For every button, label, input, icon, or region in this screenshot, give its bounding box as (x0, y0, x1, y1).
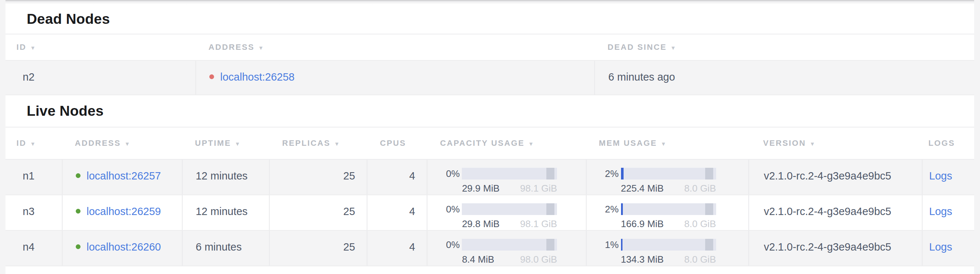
column-header-address[interactable]: ADDRESS ▼ (196, 34, 595, 60)
mem-used-value: 134.3 MiB (621, 254, 664, 265)
logs-link[interactable]: Logs (929, 170, 952, 182)
live-status-dot-icon (76, 209, 81, 213)
capacity-usage-bar (462, 203, 557, 215)
live-status-dot-icon (76, 173, 81, 178)
column-header-dead-since[interactable]: DEAD SINCE ▼ (594, 34, 974, 60)
capacity-percent: 0% (441, 204, 462, 215)
mem-bar-fill (621, 168, 624, 180)
node-address-link[interactable]: localhost:26258 (220, 71, 294, 83)
version-cell: v2.1.0-rc.2-4-g3e9a4e9bc5 (748, 195, 922, 230)
mem-total-value: 8.0 GiB (684, 218, 716, 230)
node-address-cell: localhost:26260 (62, 231, 182, 266)
mem-used-value: 166.9 MiB (621, 218, 664, 230)
sort-arrow-icon: ▼ (258, 45, 264, 51)
mem-usage-cell: 2% 166.9 MiB 8.0 GiB (586, 195, 749, 230)
node-id-cell: n1 (5, 160, 62, 194)
sort-arrow-icon: ▼ (810, 141, 816, 147)
mem-usage-bar (621, 168, 716, 180)
mem-bar-mark (705, 203, 714, 215)
live-nodes-header-row: ID ▼ ADDRESS ▼ UPTIME ▼ REPLICAS ▼ CPUS … (5, 127, 974, 160)
node-id-cell: n4 (5, 231, 62, 266)
logs-cell: Logs (922, 231, 974, 266)
capacity-used-value: 29.9 MiB (462, 183, 500, 194)
column-header-cpus: CPUS (367, 127, 427, 159)
node-address-cell: localhost:26257 (62, 160, 182, 194)
live-node-row: n3 localhost:26259 12 minutes 25 4 0% 29… (5, 195, 974, 231)
capacity-usage-cell: 0% 29.9 MiB 98.1 GiB (427, 160, 585, 194)
dead-nodes-title: Dead Nodes (5, 5, 974, 34)
mem-bar-mark (705, 168, 714, 180)
column-header-id[interactable]: ID ▼ (5, 34, 196, 60)
sort-arrow-icon: ▼ (670, 45, 677, 51)
dead-nodes-header-row: ID ▼ ADDRESS ▼ DEAD SINCE ▼ (5, 34, 974, 61)
column-header-replicas[interactable]: REPLICAS ▼ (269, 127, 367, 159)
mem-usage-cell: 2% 225.4 MiB 8.0 GiB (586, 160, 749, 194)
mem-bar-mark (705, 239, 714, 250)
version-cell: v2.1.0-rc.2-4-g3e9a4e9bc5 (748, 231, 922, 266)
column-header-mem-usage[interactable]: MEM USAGE ▼ (586, 127, 749, 159)
capacity-usage-bar (462, 239, 557, 250)
cpus-cell: 4 (367, 231, 427, 266)
uptime-cell: 12 minutes (182, 160, 269, 194)
card-top-shadow (5, 1, 974, 5)
replicas-cell: 25 (269, 160, 367, 194)
capacity-usage-bar (462, 168, 557, 180)
sort-arrow-icon: ▼ (528, 141, 535, 147)
uptime-cell: 6 minutes (182, 231, 269, 266)
mem-bar-fill (621, 203, 623, 215)
cpus-cell: 4 (367, 195, 427, 230)
sort-arrow-icon: ▼ (661, 141, 667, 147)
mem-percent: 1% (600, 239, 621, 250)
live-node-row: n4 localhost:26260 6 minutes 25 4 0% 8.4… (5, 231, 974, 266)
sort-arrow-icon: ▼ (235, 141, 241, 147)
node-id-cell: n2 (5, 61, 196, 94)
capacity-bar-mark (546, 239, 555, 250)
mem-usage-cell: 1% 134.3 MiB 8.0 GiB (586, 231, 749, 266)
cpus-cell: 4 (367, 160, 427, 194)
sort-arrow-icon: ▼ (30, 45, 36, 51)
mem-total-value: 8.0 GiB (684, 183, 716, 194)
column-header-address[interactable]: ADDRESS ▼ (62, 127, 182, 159)
column-header-id[interactable]: ID ▼ (5, 127, 62, 159)
node-address-cell: localhost:26258 (196, 61, 595, 94)
capacity-usage-cell: 0% 29.8 MiB 98.1 GiB (427, 195, 585, 230)
sort-arrow-icon: ▼ (334, 141, 340, 147)
node-address-link[interactable]: localhost:26260 (87, 241, 161, 253)
mem-used-value: 225.4 MiB (621, 183, 664, 194)
column-header-logs: LOGS (922, 127, 974, 159)
sort-arrow-icon: ▼ (30, 141, 36, 147)
uptime-cell: 12 minutes (182, 195, 269, 230)
capacity-percent: 0% (441, 168, 462, 180)
node-address-link[interactable]: localhost:26257 (87, 170, 161, 182)
mem-usage-bar (621, 239, 716, 250)
live-node-row: n1 localhost:26257 12 minutes 25 4 0% 29… (5, 160, 974, 195)
mem-bar-fill (621, 239, 622, 250)
logs-cell: Logs (922, 160, 974, 194)
sort-arrow-icon: ▼ (124, 141, 130, 147)
logs-cell: Logs (922, 195, 974, 230)
capacity-bar-mark (546, 203, 555, 215)
dead-node-row: n2 localhost:26258 6 minutes ago (5, 61, 974, 95)
capacity-percent: 0% (441, 239, 462, 250)
live-nodes-section: Live Nodes ID ▼ ADDRESS ▼ UPTIME ▼ REPLI… (5, 95, 974, 266)
dead-status-dot-icon (209, 74, 214, 79)
dead-since-cell: 6 minutes ago (594, 61, 974, 94)
column-header-uptime[interactable]: UPTIME ▼ (182, 127, 269, 159)
node-address-link[interactable]: localhost:26259 (87, 206, 161, 218)
mem-percent: 2% (600, 168, 621, 180)
dead-nodes-section: Dead Nodes ID ▼ ADDRESS ▼ DEAD SINCE ▼ n… (5, 5, 974, 95)
logs-link[interactable]: Logs (929, 206, 952, 217)
column-header-capacity-usage[interactable]: CAPACITY USAGE ▼ (427, 127, 585, 159)
replicas-cell: 25 (269, 231, 367, 266)
capacity-bar-mark (546, 168, 555, 180)
node-id-cell: n3 (5, 195, 62, 230)
capacity-total-value: 98.1 GiB (520, 218, 557, 230)
live-status-dot-icon (76, 244, 81, 249)
version-cell: v2.1.0-rc.2-4-g3e9a4e9bc5 (748, 160, 922, 194)
nodes-overview-card: Dead Nodes ID ▼ ADDRESS ▼ DEAD SINCE ▼ n… (5, 0, 974, 274)
live-nodes-title: Live Nodes (5, 95, 974, 127)
replicas-cell: 25 (269, 195, 367, 230)
capacity-used-value: 8.4 MiB (462, 254, 494, 265)
logs-link[interactable]: Logs (929, 241, 952, 253)
column-header-version[interactable]: VERSION ▼ (748, 127, 922, 159)
